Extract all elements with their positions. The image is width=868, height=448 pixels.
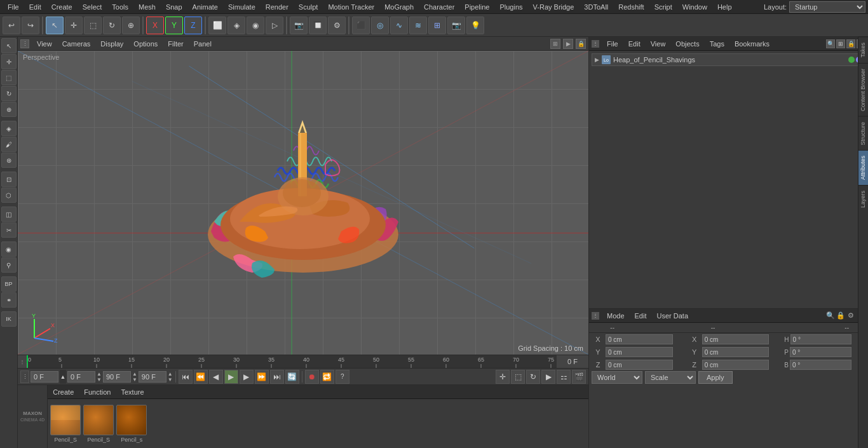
- keyframe-options-button[interactable]: ↻: [526, 370, 540, 384]
- object-mode-button[interactable]: ⬜: [208, 17, 226, 34]
- attr-lock-icon[interactable]: 🔒: [836, 311, 845, 320]
- timeline-expand-button[interactable]: 🎬: [572, 370, 586, 384]
- attr-rot-b-input[interactable]: [790, 360, 851, 370]
- menu-snap[interactable]: Snap: [161, 2, 187, 12]
- attr-rot-p-input[interactable]: [790, 347, 851, 357]
- mat-menu-function[interactable]: Function: [81, 387, 113, 397]
- sidebar-loop-btn[interactable]: ⊡: [1, 172, 17, 187]
- end-frame-input[interactable]: [103, 371, 131, 383]
- sidebar-snap-btn[interactable]: ◫: [1, 207, 17, 222]
- attr-search-icon[interactable]: 🔍: [826, 311, 835, 320]
- redo-button[interactable]: ↪: [22, 17, 39, 34]
- rp-menu-objects[interactable]: Objects: [673, 39, 702, 49]
- attr-size-x-input[interactable]: [702, 334, 770, 344]
- rp-menu-tags[interactable]: Tags: [707, 39, 727, 49]
- attr-settings-icon[interactable]: ⚙: [846, 311, 855, 320]
- sidebar-scale-btn[interactable]: ⬚: [1, 70, 17, 85]
- sidebar-select-btn[interactable]: ↖: [1, 38, 17, 53]
- viewport-lock-icon[interactable]: 🔒: [576, 39, 586, 49]
- menu-sculpt[interactable]: Sculpt: [294, 2, 323, 12]
- rp-menu-bookmarks[interactable]: Bookmarks: [732, 39, 772, 49]
- axis-z-button[interactable]: Z: [184, 17, 202, 34]
- layout-select[interactable]: Startup: [789, 1, 865, 13]
- obj-dot-green[interactable]: [848, 57, 855, 63]
- goto-end-button[interactable]: ⏭: [270, 370, 284, 384]
- record-button[interactable]: ⏺: [305, 370, 319, 384]
- sidebar-bp-btn[interactable]: BP: [1, 276, 17, 292]
- goto-start-button[interactable]: ⏮: [179, 370, 193, 384]
- coord-space-dropdown[interactable]: World: [592, 371, 642, 384]
- viewport-expand-icon[interactable]: ⊞: [550, 39, 560, 49]
- render-view-button[interactable]: 🔲: [309, 17, 327, 34]
- transform-tool-button[interactable]: ⊕: [122, 17, 140, 34]
- menu-tools[interactable]: Tools: [107, 2, 133, 12]
- material-swatch-3[interactable]: Pencil_s: [116, 405, 147, 443]
- next-frame-button[interactable]: ▶: [240, 370, 254, 384]
- attr-pos-x-input[interactable]: [606, 334, 673, 344]
- viewport-config-icon[interactable]: ▶: [563, 39, 573, 49]
- move-tool-button[interactable]: ✛: [65, 17, 83, 34]
- axis-y-button[interactable]: Y: [165, 17, 183, 34]
- sidebar-move-btn[interactable]: ✛: [1, 54, 17, 69]
- rp-menu-edit[interactable]: Edit: [626, 39, 643, 49]
- nurbs-button[interactable]: ≋: [409, 17, 427, 34]
- menu-mesh[interactable]: Mesh: [133, 2, 161, 12]
- add-keyframe-button[interactable]: ✛: [496, 370, 510, 384]
- rp-lock-icon[interactable]: 🔒: [846, 39, 855, 48]
- deformer-button[interactable]: ⊞: [428, 17, 446, 34]
- rotate-tool-button[interactable]: ↻: [103, 17, 121, 34]
- spline-button[interactable]: ∿: [390, 17, 408, 34]
- sidebar-transform-btn[interactable]: ⊕: [1, 102, 17, 117]
- material-swatch-2[interactable]: Pencil_S: [83, 405, 114, 443]
- light-button[interactable]: 💡: [466, 17, 484, 34]
- menu-vray[interactable]: V-Ray Bridge: [528, 2, 580, 12]
- sidebar-sculpt-btn[interactable]: ⊛: [1, 153, 17, 168]
- attr-mode[interactable]: Mode: [604, 311, 627, 321]
- poly-mode-button[interactable]: ◈: [227, 17, 245, 34]
- menu-motion-tracker[interactable]: Motion Tracker: [323, 2, 379, 12]
- timeline-menu-button[interactable]: ⚏: [557, 370, 571, 384]
- sidebar-poly-btn[interactable]: ◈: [1, 121, 17, 136]
- menu-render[interactable]: Render: [261, 2, 294, 12]
- attr-rot-h-input[interactable]: [790, 334, 851, 344]
- menu-help[interactable]: Help: [712, 2, 737, 12]
- menu-animate[interactable]: Animate: [187, 2, 223, 12]
- attr-pos-z-input[interactable]: [606, 360, 673, 370]
- tab-structure[interactable]: Structure: [858, 116, 868, 151]
- menu-pipeline[interactable]: Pipeline: [459, 2, 494, 12]
- coord-mode-dropdown[interactable]: Scale: [645, 371, 696, 384]
- tab-layers[interactable]: Layers: [858, 185, 868, 213]
- menu-script[interactable]: Script: [649, 2, 677, 12]
- viewport[interactable]: Perspective Grid Spacing : 10 cm X Y Z: [18, 51, 588, 355]
- rp-expand-icon[interactable]: ⊞: [836, 39, 845, 48]
- tab-takes[interactable]: Takes: [858, 37, 868, 63]
- menu-redshift[interactable]: Redshift: [613, 2, 649, 12]
- point-mode-button[interactable]: ▷: [266, 17, 283, 34]
- prev-keyframe-button[interactable]: ⏪: [194, 370, 208, 384]
- tab-attributes[interactable]: Attributes: [858, 150, 868, 185]
- mat-menu-create[interactable]: Create: [50, 387, 76, 397]
- menu-create[interactable]: Create: [46, 2, 78, 12]
- sidebar-smooth-btn[interactable]: ◉: [1, 241, 17, 257]
- undo-button[interactable]: ↩: [3, 17, 20, 34]
- help-button[interactable]: ?: [336, 370, 349, 384]
- attr-pos-y-input[interactable]: [606, 347, 673, 357]
- scale-tool-button[interactable]: ⬚: [84, 17, 102, 34]
- menu-character[interactable]: Character: [419, 2, 459, 12]
- rp-menu-view[interactable]: View: [648, 39, 668, 49]
- start-frame-input[interactable]: [67, 371, 95, 383]
- menu-3dtoall[interactable]: 3DToAll: [579, 2, 613, 12]
- menu-simulate[interactable]: Simulate: [223, 2, 261, 12]
- viewport-menu-view[interactable]: View: [34, 39, 55, 49]
- select-tool-button[interactable]: ↖: [46, 17, 64, 34]
- camera-button[interactable]: 📷: [447, 17, 465, 34]
- autokey-button[interactable]: 🔁: [320, 370, 334, 384]
- preview-end-input[interactable]: [139, 371, 166, 383]
- render-button[interactable]: 📷: [290, 17, 308, 34]
- prev-frame-button[interactable]: ◀: [209, 370, 223, 384]
- sidebar-paint-btn[interactable]: 🖌: [1, 137, 17, 152]
- mat-menu-texture[interactable]: Texture: [118, 387, 146, 397]
- attr-edit[interactable]: Edit: [632, 311, 649, 321]
- next-keyframe-button[interactable]: ⏩: [255, 370, 269, 384]
- viewport-menu-display[interactable]: Display: [98, 39, 126, 49]
